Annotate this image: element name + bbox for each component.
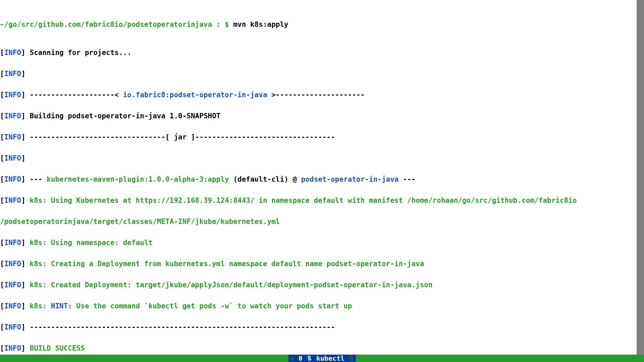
- scrollbar-thumb[interactable]: [637, 0, 644, 355]
- mvn-output: [INFO]: [0, 70, 636, 77]
- mvn-output: [INFO] k8s: Using Kubernetes at https://…: [0, 197, 636, 204]
- status-right-glyph-icon: ⣿: [348, 354, 354, 362]
- mvn-output: [INFO] Building podset-operator-in-java …: [0, 113, 636, 120]
- scrollbar[interactable]: [637, 0, 644, 355]
- tmux-window-tab[interactable]: ⇄ 0 ⥮ kubectl ⣿: [288, 355, 356, 362]
- mvn-output: [INFO] --------------------< io.fabric8:…: [0, 92, 636, 99]
- status-window-name: kubectl: [316, 354, 348, 362]
- prompt-line-1: ~/go/src/github.com/fabric8io/podsetoper…: [0, 21, 636, 28]
- mvn-output: [INFO] k8s: Creating a Deployment from k…: [0, 260, 636, 267]
- mvn-output: [INFO] Scanning for projects...: [0, 49, 636, 56]
- mvn-output: /podsetoperatorinjava/target/classes/MET…: [0, 218, 636, 225]
- status-mid-glyph-icon: ⥮: [307, 354, 312, 362]
- mvn-output: [INFO] k8s: HINT: Use the command `kubec…: [0, 303, 636, 310]
- status-window-index: 0: [299, 354, 307, 362]
- mvn-output: [INFO] k8s: Created Deployment: target/j…: [0, 282, 636, 289]
- mvn-output: [INFO] k8s: Using namespace: default: [0, 239, 636, 246]
- mvn-output: [INFO]: [0, 155, 636, 162]
- mvn-output: [INFO] BUILD SUCCESS: [0, 345, 636, 352]
- mvn-output: [INFO] ---------------------------------…: [0, 324, 636, 331]
- mvn-output: [INFO] --------------------------------[…: [0, 134, 636, 141]
- tmux-status-bar: ⇄ 0 ⥮ kubectl ⣿: [0, 355, 644, 362]
- mvn-output: [INFO] --- kubernetes-maven-plugin:1.0.0…: [0, 176, 636, 183]
- status-left-glyph-icon: ⇄: [290, 354, 294, 362]
- terminal-pane-top[interactable]: ~/go/src/github.com/fabric8io/podsetoper…: [0, 0, 644, 362]
